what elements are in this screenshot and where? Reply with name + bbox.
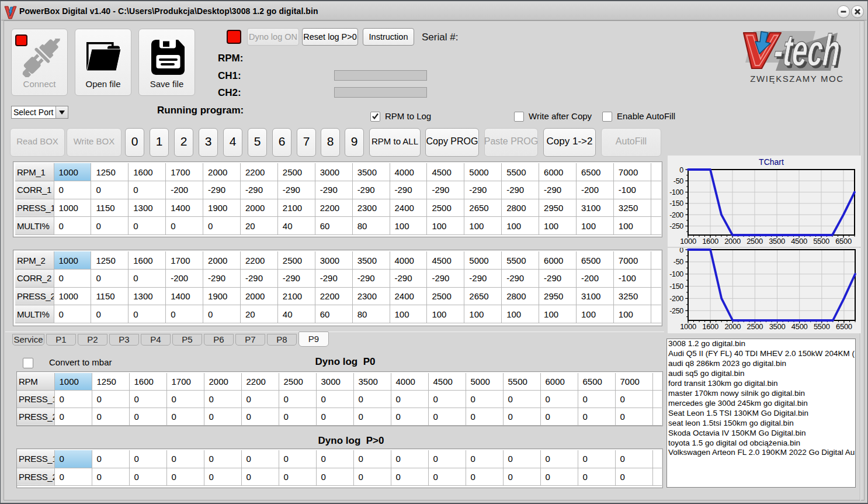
- svg-text:4500: 4500: [791, 237, 807, 246]
- svg-text:5500: 5500: [814, 322, 830, 331]
- svg-text:5500: 5500: [813, 237, 829, 246]
- svg-text:-100: -100: [669, 270, 683, 278]
- svg-text:-200: -200: [669, 211, 683, 219]
- svg-text:2500: 2500: [747, 322, 763, 331]
- svg-text:3500: 3500: [769, 237, 785, 246]
- svg-text:4500: 4500: [791, 322, 808, 331]
- svg-text:6500: 6500: [835, 237, 852, 246]
- svg-text:3500: 3500: [769, 322, 786, 331]
- svg-text:-200: -200: [669, 295, 683, 303]
- svg-text:-100: -100: [669, 188, 683, 196]
- svg-text:1000: 1000: [680, 322, 696, 331]
- svg-text:2000: 2000: [724, 237, 741, 246]
- svg-text:TChart: TChart: [759, 157, 784, 167]
- svg-text:0: 0: [679, 166, 683, 174]
- svg-text:2000: 2000: [724, 322, 741, 331]
- svg-text:-50: -50: [673, 258, 684, 266]
- svg-text:-150: -150: [669, 199, 683, 208]
- svg-text:1000: 1000: [680, 237, 696, 246]
- svg-text:1600: 1600: [702, 322, 718, 331]
- svg-text:-250: -250: [669, 222, 683, 230]
- svg-text:6500: 6500: [836, 322, 852, 331]
- svg-text:-250: -250: [669, 307, 683, 315]
- svg-text:1600: 1600: [702, 237, 718, 246]
- svg-text:2500: 2500: [747, 237, 763, 246]
- svg-text:-50: -50: [673, 177, 684, 185]
- svg-text:-150: -150: [669, 282, 683, 291]
- svg-text:0: 0: [679, 248, 683, 254]
- svg-text:-tech: -tech: [772, 26, 841, 75]
